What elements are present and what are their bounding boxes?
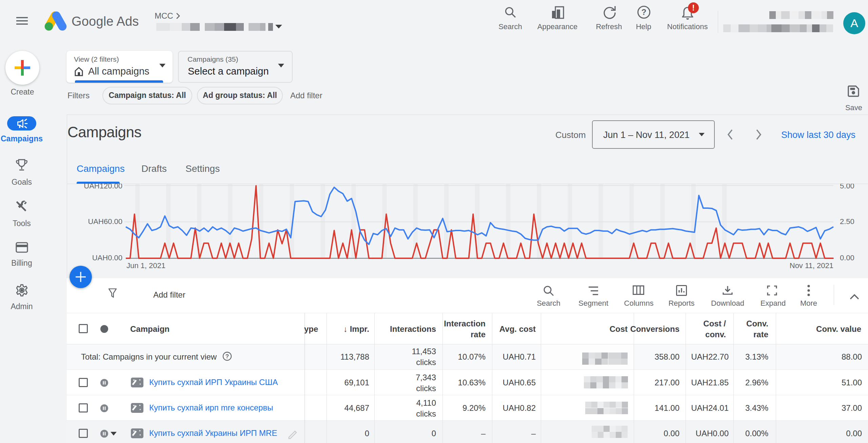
svg-text:UAH120.00: UAH120.00: [84, 184, 122, 190]
svg-text:0.00: 0.00: [840, 254, 854, 262]
svg-text:Nov 11, 2021: Nov 11, 2021: [790, 261, 833, 270]
svg-text:!: !: [692, 3, 695, 12]
svg-text:2.50: 2.50: [840, 217, 854, 226]
svg-text:?: ?: [225, 353, 229, 360]
svg-text:?: ?: [642, 7, 647, 17]
svg-text:5.00: 5.00: [840, 184, 854, 190]
svg-text:UAH0.00: UAH0.00: [92, 254, 122, 262]
svg-text:UAH60.00: UAH60.00: [88, 217, 122, 226]
svg-text:Jun 1, 2021: Jun 1, 2021: [126, 261, 165, 270]
